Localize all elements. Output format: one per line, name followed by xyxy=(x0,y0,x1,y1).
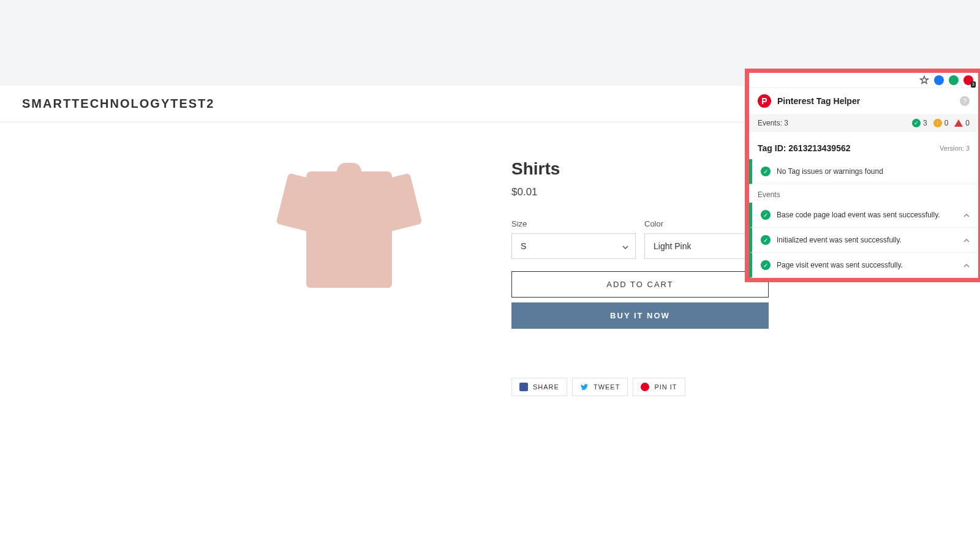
tag-id-label: Tag ID: 2613213439562 xyxy=(758,143,940,153)
pinterest-icon xyxy=(641,383,649,391)
check-icon: ✓ xyxy=(761,210,771,220)
event-text: Base code page load event was sent succe… xyxy=(777,211,957,219)
options-row: Size S Color Light Pink xyxy=(511,219,769,259)
chevron-up-icon xyxy=(963,261,970,269)
no-issues-text: No Tag issues or warnings found xyxy=(777,167,970,176)
twitter-icon xyxy=(580,383,589,391)
share-twitter-button[interactable]: TWEET xyxy=(572,378,628,396)
chevron-up-icon xyxy=(963,211,970,219)
tag-id-row: Tag ID: 2613213439562 Version: 3 xyxy=(749,132,978,159)
share-facebook-button[interactable]: SHARE xyxy=(511,378,567,396)
product-price: $0.01 xyxy=(511,186,769,198)
events-count-label: Events: 3 xyxy=(758,119,912,127)
size-label: Size xyxy=(511,219,636,228)
share-fb-label: SHARE xyxy=(533,383,559,391)
check-icon: ✓ xyxy=(761,235,771,245)
star-icon[interactable] xyxy=(919,75,929,85)
extension-badge: 3 xyxy=(971,81,976,88)
event-row-1[interactable]: ✓ Initialized event was sent successfull… xyxy=(749,228,978,253)
check-icon: ✓ xyxy=(761,260,771,270)
size-select[interactable]: S xyxy=(511,233,636,259)
error-triangle-icon xyxy=(954,119,963,127)
help-icon[interactable]: ? xyxy=(960,96,970,106)
tag-helper-panel: 3 P Pinterest Tag Helper ? Events: 3 ✓ 3… xyxy=(745,69,980,282)
no-issues-row: ✓ No Tag issues or warnings found xyxy=(749,159,978,184)
check-icon: ✓ xyxy=(761,167,771,176)
version-label: Version: 3 xyxy=(940,144,970,152)
status-indicators: ✓ 3 ! 0 0 xyxy=(912,119,970,127)
panel-header: P Pinterest Tag Helper ? xyxy=(749,88,978,114)
events-summary-bar: Events: 3 ✓ 3 ! 0 0 xyxy=(749,114,978,132)
status-error: 0 xyxy=(954,119,970,127)
tshirt-image xyxy=(276,159,423,300)
check-circle-icon: ✓ xyxy=(912,119,921,127)
panel-title: Pinterest Tag Helper xyxy=(777,96,954,106)
product-info: Shirts $0.01 Size S Color Ligh xyxy=(511,159,769,396)
status-success: ✓ 3 xyxy=(912,119,927,127)
event-row-2[interactable]: ✓ Page visit event was sent successfully… xyxy=(749,253,978,278)
buy-now-button[interactable]: BUY IT NOW xyxy=(511,302,769,329)
event-text: Page visit event was sent successfully. xyxy=(777,261,957,269)
warning-circle-icon: ! xyxy=(933,119,942,127)
chevron-up-icon xyxy=(963,236,970,244)
extension-icon-pinterest[interactable]: 3 xyxy=(963,75,973,85)
event-text: Initialized event was sent successfully. xyxy=(777,236,957,244)
brand-logo[interactable]: SMARTTECHNOLOGYTEST2 xyxy=(22,97,214,111)
facebook-icon xyxy=(519,383,528,391)
add-to-cart-button[interactable]: ADD TO CART xyxy=(511,271,769,298)
extension-icon-blue[interactable] xyxy=(934,75,944,85)
share-pinterest-button[interactable]: PIN IT xyxy=(633,378,685,396)
product-image xyxy=(211,159,487,396)
size-group: Size S xyxy=(511,219,636,259)
share-tw-label: TWEET xyxy=(594,383,620,391)
status-warning: ! 0 xyxy=(933,119,949,127)
share-pi-label: PIN IT xyxy=(654,383,677,391)
product-title: Shirts xyxy=(511,159,769,179)
share-row: SHARE TWEET PIN IT xyxy=(511,378,769,396)
browser-extension-bar: 3 xyxy=(749,73,978,88)
events-heading: Events xyxy=(749,184,978,203)
pinterest-logo-icon: P xyxy=(758,94,771,108)
extension-icon-green[interactable] xyxy=(949,75,959,85)
event-row-0[interactable]: ✓ Base code page load event was sent suc… xyxy=(749,203,978,228)
